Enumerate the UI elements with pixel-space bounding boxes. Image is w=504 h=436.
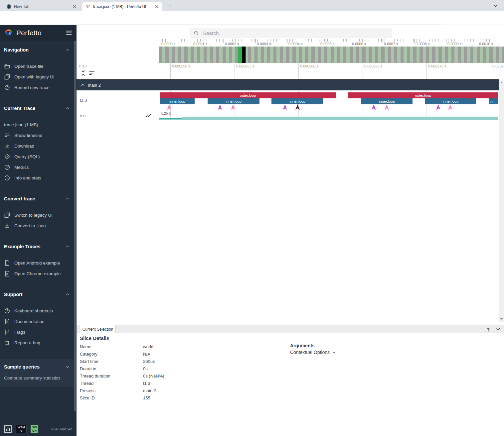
tab-current-selection[interactable]: Current Selection [80,325,116,333]
sidebar-item-keyboard-shortcuts[interactable]: Keyboard shortcuts [0,305,74,316]
sidebar-item-open-chrome-example[interactable]: Open Chrome example [0,268,74,279]
sidebar-item-query-sql[interactable]: Query (SQL) [0,151,74,162]
sidebar-item-flags[interactable]: Flags [0,327,74,337]
detail-row-process: Processmain 2 [80,388,279,395]
instant-event-arrow[interactable] [448,104,452,110]
counter-area[interactable] [159,118,182,120]
instant-event-arrow[interactable] [218,104,222,110]
tab-search-chevron-icon[interactable] [492,2,499,9]
sidebar-item-compute-summary-statistics[interactable]: Compute summary statistics [0,373,74,382]
sidebar: Perfetto NavigationOpen trace fileOpen w… [0,25,77,436]
instant-event-arrow[interactable] [167,104,171,110]
scroll-up-icon[interactable] [500,81,503,84]
chevron-up-icon[interactable] [65,106,70,111]
slice-inner-loop[interactable]: inn... [489,98,498,104]
slice-outer-loop[interactable]: outer.loop [348,92,498,98]
timeline-ruler: 0.0000 s0.0001 s0.0002 s0.0003 s0.0004 s… [77,39,504,47]
tab-close-icon[interactable]: ✕ [73,4,77,9]
detail-value: 260us [143,359,155,366]
sidebar-section-example-traces: Example TracesOpen Android exampleOpen C… [0,242,74,279]
ruler-tick [351,39,351,43]
search-icon [194,30,199,36]
sidebar-item-info-and-stats[interactable]: Info and stats [0,172,74,183]
detail-row-thread-duration: Thread duration0s (NaN%) [80,374,279,381]
process-group-header[interactable]: main 2 [77,80,499,90]
ruler-tick [224,39,224,43]
detail-row-name: Nameworld [80,344,279,352]
bug-icon [4,340,10,346]
sort-tracks-icon[interactable] [88,70,95,76]
sidebar-item-convert-to-json[interactable]: Convert to .json [0,220,74,231]
sidebar-item-record-new-trace[interactable]: Record new trace [0,82,74,93]
search-box[interactable] [190,28,392,38]
detail-key: Thread duration [80,374,143,381]
tab-separator [81,3,81,9]
sidebar-item-open-trace-file[interactable]: Open trace file [0,61,74,71]
chevron-up-icon[interactable] [65,244,70,249]
scroll-down-icon[interactable] [500,317,503,320]
track-scrollbar[interactable] [499,80,504,322]
ruler-tick-label: 0.0005 s [320,42,334,46]
viewport-selection[interactable] [242,47,246,63]
sidebar-scrollbar[interactable] [74,41,76,411]
tab-new-tab[interactable]: New Tab ✕ [3,2,80,11]
tab-perfetto[interactable]: trace.json (1 MB) - Perfetto UI ✕ [82,2,162,11]
detail-row-thread: Threadt1 3 [80,381,279,388]
counter-track-cn[interactable]: c n 0.25 K [77,111,499,120]
instant-event-arrow[interactable] [231,104,235,110]
sidebar-item-report-a-bug[interactable]: Report a bug [0,337,74,348]
perfetto-logo-icon [4,28,13,38]
search-input[interactable] [203,30,389,36]
chevron-up-icon[interactable] [81,83,85,87]
contextual-options-button[interactable]: Contextual Options [290,350,336,355]
info-icon [4,175,10,181]
sidebar-item-open-android-example[interactable]: Open Android example [0,258,74,268]
timeline-overview-minimap[interactable] [159,47,504,63]
sidebar-item-switch-to-legacy-ui[interactable]: Switch to legacy UI [0,210,74,220]
instant-event-arrow[interactable] [385,104,389,110]
instant-event-arrow[interactable] [372,104,376,110]
slice-inner-loop[interactable]: inner.loop [425,98,476,104]
sidebar-item-metrics[interactable]: Metrics [0,162,74,172]
detail-key: Category [80,352,143,359]
slice-inner-loop[interactable]: inner.loop [160,98,195,104]
tab-close-icon[interactable]: ✕ [155,4,159,9]
instant-event-arrow[interactable] [283,104,287,110]
sidebar-item-download[interactable]: Download [0,141,74,151]
collapse-tracks-icon[interactable] [80,70,86,76]
viewport-highlight[interactable] [246,47,246,63]
detail-row-duration: Duration0s [80,366,279,374]
sidebar-item-show-timeline[interactable]: Show timeline [0,130,74,141]
sidebar-item-label: Report a bug [14,340,40,345]
ruler-tick [319,39,319,43]
axis-time-label: 0.000255 s [236,64,254,68]
sidebar-item-open-with-legacy-ui[interactable]: Open with legacy UI [0,71,74,82]
chevron-up-icon[interactable] [65,48,70,52]
app-title: Perfetto [16,29,65,37]
slice-inner-loop[interactable]: inner.loop [271,98,323,104]
record-icon [4,84,10,91]
chevron-up-icon[interactable] [65,292,70,297]
instant-event-arrow[interactable] [436,104,440,110]
slice-inner-loop[interactable]: inner.loop [361,98,413,104]
sidebar-item-documentation[interactable]: Documentation [0,316,74,327]
version-label: v34.0-ad24a [42,427,73,431]
detail-value: main 2 [143,388,156,395]
new-tab-button[interactable]: + [166,2,174,11]
instant-event-arrow[interactable] [295,104,300,110]
thread-track-t1[interactable]: t1 3 outer.loopouter.loopinner.loopinner… [77,90,499,111]
counter-area[interactable] [182,117,498,120]
chevron-down-icon[interactable] [65,365,70,369]
detail-key: Duration [80,366,143,374]
detail-row-category: CategoryN/A [80,352,279,359]
chevron-up-icon[interactable] [65,196,70,201]
timeline-icon [4,132,10,139]
slice-outer-loop[interactable]: outer.loop [160,92,336,98]
hide-sidebar-chart-icon[interactable] [4,425,12,433]
expand-panel-icon[interactable] [485,326,491,332]
viewport-highlight[interactable] [238,47,242,63]
collapse-panel-chevron-icon[interactable] [495,326,501,332]
hamburger-menu-icon[interactable] [65,29,73,37]
slice-details-title: Slice Details [80,335,109,341]
slice-inner-loop[interactable]: inner.loop [208,98,259,104]
